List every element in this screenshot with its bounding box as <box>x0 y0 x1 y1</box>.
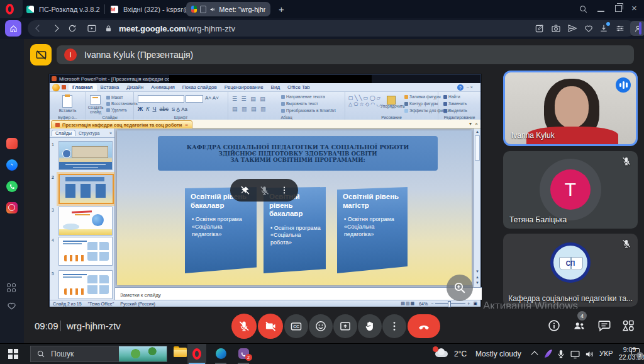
align-buttons[interactable]: ▤ ▥ ▤ ▥ <box>232 106 267 113</box>
layout-button[interactable]: Макет <box>106 95 123 100</box>
view-mode-buttons[interactable]: ▤▥▦ <box>401 301 415 306</box>
bookmarks-heart-icon[interactable] <box>6 300 17 311</box>
ppt-tab-insert[interactable]: Вставка <box>97 84 123 91</box>
select-button[interactable]: Выделить <box>443 108 467 113</box>
close-button[interactable]: × <box>631 3 637 13</box>
back-button[interactable] <box>35 25 42 31</box>
tray-feather-icon[interactable] <box>545 348 552 359</box>
prev-next-slide-buttons[interactable]: ▲▼ <box>474 275 480 286</box>
profile-button[interactable] <box>630 21 644 36</box>
tray-network-icon[interactable] <box>570 349 580 360</box>
slide-thumbnail-4[interactable] <box>58 237 113 266</box>
ppt-window-controls[interactable]: – × <box>467 85 473 89</box>
opera-taskbar-tile[interactable] <box>187 344 206 364</box>
pinboards-icon[interactable] <box>6 138 18 149</box>
office-orb[interactable] <box>52 84 60 91</box>
delete-button[interactable]: Удалить <box>106 108 127 113</box>
start-button[interactable] <box>8 349 18 359</box>
speed-dial-grid-icon[interactable] <box>6 283 18 294</box>
present-button[interactable] <box>333 314 357 338</box>
camera-toggle-button[interactable] <box>258 314 283 339</box>
tab-media-icon[interactable] <box>87 23 97 33</box>
list-buttons[interactable]: ☰ ☰ ▤ ▤ <box>232 96 267 103</box>
font-size-select[interactable] <box>186 95 203 103</box>
zoom-slider[interactable] <box>435 303 465 304</box>
panel-close-icon[interactable]: × <box>109 131 112 135</box>
mute-icon[interactable] <box>259 185 270 196</box>
slide-thumbnail-5[interactable] <box>58 270 113 299</box>
arrange-icon[interactable] <box>387 96 396 105</box>
tray-volume-icon[interactable] <box>584 349 595 360</box>
url-path[interactable]: /wrg-hjhm-ztv <box>186 24 235 33</box>
speed-dial-button[interactable] <box>5 20 21 37</box>
paste-label[interactable]: Вставить <box>50 108 86 113</box>
tab-search-icon[interactable] <box>579 4 588 14</box>
more-options-icon[interactable] <box>279 185 289 195</box>
new-slide-icon[interactable] <box>90 95 101 105</box>
ppt-tab-home[interactable]: Главная <box>69 84 97 91</box>
reactions-button[interactable] <box>309 314 333 338</box>
lock-icon[interactable] <box>104 25 113 33</box>
edge-taskbar-tile[interactable] <box>211 344 230 364</box>
shape-outline-button[interactable]: Контур фигуры <box>404 101 438 106</box>
arrange-button[interactable]: Упорядочить <box>380 105 403 109</box>
url-host[interactable]: meet.google.com <box>119 24 186 33</box>
weather-condition[interactable]: Mostly cloudy <box>475 350 521 358</box>
send-to-device-icon[interactable] <box>567 23 577 33</box>
slide-scrollbar[interactable]: ▲ ▼ ▲▼ <box>474 128 480 287</box>
easy-setup-icon[interactable] <box>615 23 625 33</box>
slide-thumbnail-3[interactable] <box>58 207 113 236</box>
chat-button[interactable] <box>597 319 611 333</box>
ppt-tab-slideshow[interactable]: Показ слайдов <box>179 84 221 91</box>
action-center-icon[interactable]: 2 <box>631 348 641 356</box>
weather-icon[interactable] <box>434 348 449 358</box>
align-text-button[interactable]: Выровнять текст <box>281 101 318 106</box>
shapes-gallery[interactable]: ▢ ╲ ╲ ▭ ◯ ▱△ ⬠ ☆ ◇ ◠ ◡ <box>348 95 381 108</box>
find-button[interactable]: Найти <box>443 94 460 100</box>
ppt-tab-officetab[interactable]: Office Tab <box>284 84 314 91</box>
instagram-icon[interactable] <box>6 202 18 213</box>
more-options-button[interactable] <box>382 314 406 338</box>
ppt-help-icon[interactable]: ? <box>457 84 464 91</box>
people-button[interactable] <box>572 319 586 333</box>
new-slide-label[interactable]: Создать слайд <box>87 105 104 114</box>
snapshot-icon[interactable] <box>551 23 561 33</box>
whatsapp-icon[interactable] <box>6 181 18 192</box>
document-tab[interactable]: Презентація кафедри соц педагогіки та со… <box>51 120 192 129</box>
file-explorer-icon[interactable] <box>174 348 187 357</box>
mic-toggle-button[interactable] <box>231 314 257 339</box>
fit-to-window-button[interactable]: ▣ <box>473 301 477 306</box>
ppt-tab-review[interactable]: Рецензирование <box>221 84 267 91</box>
shape-fill-button[interactable]: Заливка фигуры <box>404 94 441 100</box>
panel-tab-outline[interactable]: Структура <box>75 130 103 136</box>
paste-icon[interactable] <box>62 95 72 108</box>
viber-taskbar-tile[interactable]: 2 <box>234 344 253 364</box>
activities-button[interactable] <box>621 319 635 333</box>
zoom-presentation-button[interactable] <box>447 275 473 301</box>
unpin-icon[interactable] <box>240 185 250 196</box>
font-style-buttons[interactable]: Ж К Ч abc S A͇ Aa <box>138 106 187 112</box>
weather-temp[interactable]: 2°C <box>454 350 467 358</box>
tile-ivanna-kyluk[interactable]: Ivanna Kyluk <box>503 71 638 146</box>
minimize-button[interactable] <box>597 11 604 12</box>
taskbar-search-box[interactable]: Пошук <box>30 346 167 362</box>
language-indicator[interactable]: УКР <box>599 350 613 357</box>
meeting-details-button[interactable] <box>547 319 561 333</box>
grow-shrink-font[interactable]: A˄ A˅ <box>205 95 219 101</box>
tray-expand-chevron[interactable] <box>531 351 538 358</box>
messenger-icon[interactable] <box>6 159 18 171</box>
replace-button[interactable]: Заменить <box>443 101 467 106</box>
slide-thumbnail-1[interactable] <box>58 141 113 170</box>
note-edit-icon[interactable] <box>535 23 545 33</box>
reset-button[interactable]: Восстановить <box>106 101 138 106</box>
bookmark-heart-icon[interactable] <box>584 23 594 33</box>
tray-mic-icon[interactable] <box>556 349 566 359</box>
text-direction-button[interactable]: Направление текста <box>281 94 325 100</box>
stop-presenting-button[interactable] <box>30 44 52 65</box>
panel-tab-slides[interactable]: Слайды <box>52 130 75 136</box>
tab-ps-rozklad[interactable]: ПС-Розклад v.3.8.2 <box>26 0 100 18</box>
ppt-tab-view[interactable]: Вид <box>267 84 284 91</box>
forward-button[interactable] <box>52 25 58 31</box>
scrollbar-thumb[interactable] <box>475 135 480 161</box>
slide[interactable]: КАФЕДРА СОЦІАЛЬНОЇ ПЕДАГОГІКИ ТА СОЦІАЛЬ… <box>117 130 472 285</box>
